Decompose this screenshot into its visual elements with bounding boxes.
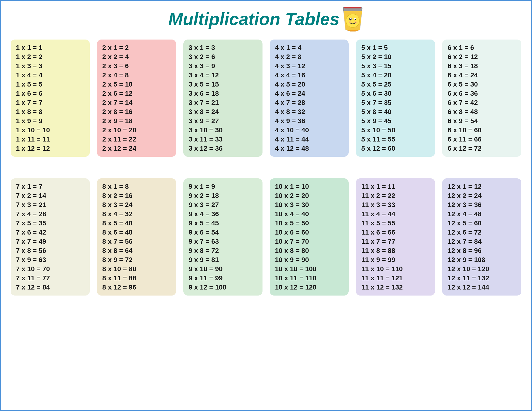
table-7-row-1: 7 x 1 = 7 (16, 183, 85, 191)
table-5-row-5: 5 x 5 = 25 (361, 81, 430, 88)
table-1-row-1: 1 x 1 = 1 (16, 44, 85, 52)
table-2-row-11: 2 x 11 = 22 (102, 136, 171, 143)
table-10-row-6: 10 x 6 = 60 (275, 228, 343, 236)
table-11-row-10: 11 x 10 = 110 (361, 265, 430, 273)
table-8-row-6: 8 x 6 = 48 (102, 228, 171, 236)
table-12-row-3: 12 x 3 = 36 (447, 201, 516, 209)
table-5-row-3: 5 x 3 = 15 (361, 62, 430, 70)
table-2-row-7: 2 x 7 = 14 (102, 99, 171, 107)
table-card-5: 5 x 1 = 55 x 2 = 105 x 3 = 155 x 4 = 205… (356, 39, 435, 157)
table-7-row-12: 7 x 12 = 84 (16, 283, 85, 291)
table-11-row-6: 11 x 6 = 66 (361, 228, 430, 236)
table-11-row-8: 11 x 8 = 88 (361, 247, 430, 255)
table-1-row-12: 1 x 12 = 12 (16, 145, 85, 152)
table-6-row-5: 6 x 5 = 30 (447, 81, 516, 88)
table-3-row-6: 3 x 6 = 18 (189, 90, 257, 97)
table-1-row-8: 1 x 8 = 8 (16, 108, 85, 116)
table-9-row-6: 9 x 6 = 54 (189, 228, 257, 236)
table-2-row-9: 2 x 9 = 18 (102, 117, 171, 125)
table-9-row-10: 9 x 10 = 90 (189, 265, 257, 273)
table-6-row-8: 6 x 8 = 48 (447, 108, 516, 116)
row-divider (11, 164, 521, 171)
table-8-row-5: 8 x 5 = 40 (102, 219, 171, 227)
table-5-row-4: 5 x 4 = 20 (361, 71, 430, 79)
table-card-1: 1 x 1 = 11 x 2 = 21 x 3 = 31 x 4 = 41 x … (11, 39, 90, 157)
table-6-row-10: 6 x 10 = 60 (447, 126, 516, 134)
table-5-row-6: 5 x 6 = 30 (361, 90, 430, 97)
table-1-row-7: 1 x 7 = 7 (16, 99, 85, 107)
tables-grid: 1 x 1 = 11 x 2 = 21 x 3 = 31 x 4 = 41 x … (6, 39, 526, 295)
table-4-row-1: 4 x 1 = 4 (275, 44, 343, 52)
svg-point-10 (349, 21, 351, 23)
table-5-row-7: 5 x 7 = 35 (361, 99, 430, 107)
page-title: Multiplication Tables (168, 9, 340, 29)
page-header: Multiplication Tables (6, 6, 526, 32)
table-10-row-7: 10 x 7 = 70 (275, 238, 343, 245)
table-2-row-5: 2 x 5 = 10 (102, 81, 171, 88)
table-6-row-1: 6 x 1 = 6 (447, 44, 516, 52)
table-8-row-11: 8 x 11 = 88 (102, 274, 171, 282)
table-4-row-2: 4 x 2 = 8 (275, 53, 343, 61)
table-12-row-1: 12 x 1 = 12 (447, 183, 516, 191)
table-3-row-4: 3 x 4 = 12 (189, 71, 257, 79)
table-9-row-2: 9 x 2 = 18 (189, 192, 257, 200)
table-1-row-6: 1 x 6 = 6 (16, 90, 85, 97)
table-card-2: 2 x 1 = 22 x 2 = 42 x 3 = 62 x 4 = 82 x … (97, 39, 176, 157)
table-5-row-1: 5 x 1 = 5 (361, 44, 430, 52)
table-4-row-8: 4 x 8 = 32 (275, 108, 343, 116)
table-3-row-1: 3 x 1 = 3 (189, 44, 257, 52)
table-1-row-4: 1 x 4 = 4 (16, 71, 85, 79)
table-12-row-2: 12 x 2 = 24 (447, 192, 516, 200)
table-6-row-7: 6 x 7 = 42 (447, 99, 516, 107)
table-12-row-8: 12 x 8 = 96 (447, 247, 516, 255)
table-6-row-12: 6 x 12 = 72 (447, 145, 516, 152)
table-2-row-1: 2 x 1 = 2 (102, 44, 171, 52)
table-4-row-6: 4 x 6 = 24 (275, 90, 343, 97)
table-card-12: 12 x 1 = 1212 x 2 = 2412 x 3 = 3612 x 4 … (442, 178, 521, 295)
table-6-row-2: 6 x 2 = 12 (447, 53, 516, 61)
table-5-row-11: 5 x 11 = 55 (361, 136, 430, 143)
table-12-row-7: 12 x 7 = 84 (447, 238, 516, 245)
table-11-row-5: 11 x 5 = 55 (361, 219, 430, 227)
table-card-6: 6 x 1 = 66 x 2 = 126 x 3 = 186 x 4 = 246… (442, 39, 521, 157)
table-4-row-10: 4 x 10 = 40 (275, 126, 343, 134)
table-11-row-11: 11 x 11 = 121 (361, 274, 430, 282)
table-9-row-4: 9 x 4 = 36 (189, 210, 257, 218)
table-7-row-8: 7 x 8 = 56 (16, 247, 85, 255)
table-2-row-6: 2 x 6 = 12 (102, 90, 171, 97)
table-card-4: 4 x 1 = 44 x 2 = 84 x 3 = 124 x 4 = 164 … (270, 39, 349, 157)
table-8-row-2: 8 x 2 = 16 (102, 192, 171, 200)
table-card-9: 9 x 1 = 99 x 2 = 189 x 3 = 279 x 4 = 369… (183, 178, 263, 295)
table-7-row-5: 7 x 5 = 35 (16, 219, 85, 227)
table-8-row-8: 8 x 8 = 64 (102, 247, 171, 255)
table-3-row-2: 3 x 2 = 6 (189, 53, 257, 61)
table-3-row-9: 3 x 9 = 27 (189, 117, 257, 125)
svg-point-11 (354, 21, 357, 23)
table-card-7: 7 x 1 = 77 x 2 = 147 x 3 = 217 x 4 = 287… (11, 178, 90, 295)
table-5-row-2: 5 x 2 = 10 (361, 53, 430, 61)
table-5-row-9: 5 x 9 = 45 (361, 117, 430, 125)
table-7-row-2: 7 x 2 = 14 (16, 192, 85, 200)
table-3-row-8: 3 x 8 = 24 (189, 108, 257, 116)
table-3-row-5: 3 x 5 = 15 (189, 81, 257, 88)
table-3-row-11: 3 x 11 = 33 (189, 136, 257, 143)
table-1-row-5: 1 x 5 = 5 (16, 81, 85, 88)
table-8-row-4: 8 x 4 = 32 (102, 210, 171, 218)
table-3-row-3: 3 x 3 = 9 (189, 62, 257, 70)
table-3-row-12: 3 x 12 = 36 (189, 145, 257, 152)
table-12-row-5: 12 x 5 = 60 (447, 219, 516, 227)
svg-rect-12 (344, 7, 361, 9)
table-2-row-3: 2 x 3 = 6 (102, 62, 171, 70)
table-9-row-12: 9 x 12 = 108 (189, 283, 257, 291)
table-4-row-3: 4 x 3 = 12 (275, 62, 343, 70)
table-7-row-7: 7 x 7 = 49 (16, 238, 85, 245)
table-6-row-9: 6 x 9 = 54 (447, 117, 516, 125)
table-6-row-4: 6 x 4 = 24 (447, 71, 516, 79)
table-4-row-9: 4 x 9 = 36 (275, 117, 343, 125)
table-card-11: 11 x 1 = 1111 x 2 = 2211 x 3 = 3311 x 4 … (356, 178, 435, 295)
table-11-row-2: 11 x 2 = 22 (361, 192, 430, 200)
table-10-row-2: 10 x 2 = 20 (275, 192, 343, 200)
table-8-row-12: 8 x 12 = 96 (102, 283, 171, 291)
table-7-row-10: 7 x 10 = 70 (16, 265, 85, 273)
table-8-row-7: 8 x 7 = 56 (102, 238, 171, 245)
